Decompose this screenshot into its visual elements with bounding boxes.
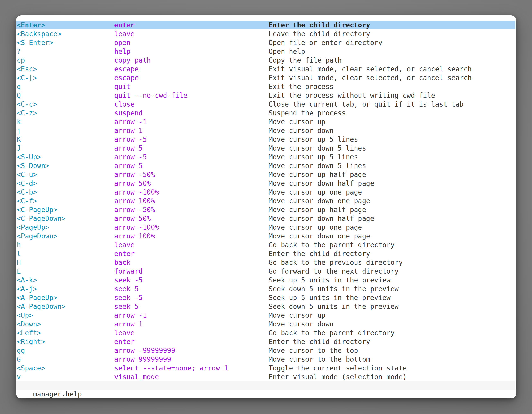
keybind-row[interactable]: <Esc>escapeExit visual mode, clear selec…: [16, 65, 515, 73]
keybind-row[interactable]: Garrow 99999999Move cursor to the bottom: [16, 355, 515, 364]
keybind-row[interactable]: <Left>leaveGo back to the parent directo…: [16, 328, 515, 337]
keybind-row[interactable]: <PageUp>arrow -100%Move cursor up one pa…: [16, 223, 515, 232]
keybind-row[interactable]: lenterEnter the child directory: [16, 249, 515, 258]
description-cell: Move cursor up one page: [269, 223, 515, 232]
description-cell: Exit the process: [269, 82, 515, 91]
key-cell: J: [17, 144, 114, 153]
keybind-row[interactable]: <C-u>arrow -50%Move cursor up half page: [16, 170, 515, 179]
command-cell: arrow -1: [114, 311, 269, 320]
description-cell: Move cursor up 5 lines: [269, 153, 515, 161]
keybind-row[interactable]: <C-z>suspendSuspend the process: [16, 109, 515, 117]
keybind-row[interactable]: Jarrow 5Move cursor down 5 lines: [16, 144, 515, 153]
command-cell: leave: [114, 241, 269, 249]
keybind-row[interactable]: <A-k>seek -5Seek up 5 units in the previ…: [16, 276, 515, 285]
keybind-row[interactable]: <S-Down>arrow 5Move cursor down 5 lines: [16, 161, 515, 170]
description-cell: Copy the file path: [269, 56, 515, 65]
key-cell: ?: [17, 47, 114, 56]
key-cell: <PageUp>: [17, 223, 114, 232]
description-cell: Enter the child directory: [269, 337, 515, 346]
keybind-row[interactable]: Qquit --no-cwd-fileExit the process with…: [16, 91, 515, 100]
keybind-row[interactable]: <C-PageUp>arrow -50%Move cursor up half …: [16, 205, 515, 214]
description-cell: Go back to the parent directory: [269, 328, 515, 337]
status-bar: manager.help: [16, 381, 515, 390]
keybind-row[interactable]: <PageDown>arrow 100%Move cursor down one…: [16, 232, 515, 241]
description-cell: Move cursor up one page: [269, 188, 515, 197]
command-cell: escape: [114, 65, 269, 73]
keybind-row[interactable]: ggarrow -99999999Move cursor to the top: [16, 346, 515, 355]
keybind-row[interactable]: vvisual_modeEnter visual mode (selection…: [16, 373, 515, 381]
keybind-row[interactable]: <A-PageUp>seek -5Seek up 5 units in the …: [16, 293, 515, 302]
keybind-row[interactable]: hleaveGo back to the parent directory: [16, 241, 515, 249]
keybind-row[interactable]: <Right>enterEnter the child directory: [16, 337, 515, 346]
description-cell: Move cursor down 5 lines: [269, 161, 515, 170]
command-cell: quit --no-cwd-file: [114, 91, 269, 100]
key-cell: K: [17, 135, 114, 144]
keybind-row[interactable]: <Space>select --state=none; arrow 1Toggl…: [16, 364, 515, 373]
keybind-row[interactable]: <Up>arrow -1Move cursor up: [16, 311, 515, 320]
command-cell: open: [114, 38, 269, 47]
keybind-row[interactable]: karrow -1Move cursor up: [16, 117, 515, 126]
keybind-row[interactable]: ?helpOpen help: [16, 47, 515, 56]
keybind-row[interactable]: <C-PageDown>arrow 50%Move cursor down ha…: [16, 214, 515, 223]
command-cell: arrow -100%: [114, 188, 269, 197]
key-cell: <A-k>: [17, 276, 114, 285]
keybind-row[interactable]: <C-[>escapeExit visual mode, clear selec…: [16, 73, 515, 82]
description-cell: Move cursor down one page: [269, 197, 515, 205]
description-cell: Move cursor to the top: [269, 346, 515, 355]
keybind-row[interactable]: Karrow -5Move cursor up 5 lines: [16, 135, 515, 144]
key-cell: <C-PageUp>: [17, 205, 114, 214]
keybind-row[interactable]: qquitExit the process: [16, 82, 515, 91]
keybind-row[interactable]: <S-Enter>openOpen file or enter director…: [16, 38, 515, 47]
description-cell: Close the current tab, or quit if it is …: [269, 100, 515, 109]
keybind-row[interactable]: <A-j>seek 5Seek down 5 units in the prev…: [16, 285, 515, 293]
keybind-row[interactable]: <A-PageDown>seek 5Seek down 5 units in t…: [16, 302, 515, 311]
key-cell: gg: [17, 346, 114, 355]
command-cell: arrow -1: [114, 117, 269, 126]
key-cell: <Right>: [17, 337, 114, 346]
keybind-row[interactable]: <Down>arrow 1Move cursor down: [16, 320, 515, 328]
keybind-row[interactable]: HbackGo back to the previous directory: [16, 258, 515, 267]
key-cell: <C-u>: [17, 170, 114, 179]
description-cell: Move cursor to the bottom: [269, 355, 515, 364]
key-cell: <S-Up>: [17, 153, 114, 161]
command-cell: arrow -99999999: [114, 346, 269, 355]
keybind-row[interactable]: <Backspace>leaveLeave the child director…: [16, 29, 515, 38]
command-cell: visual_mode: [114, 373, 269, 381]
key-cell: h: [17, 241, 114, 249]
command-cell: enter: [114, 21, 269, 29]
terminal-help-window: <Enter>enterEnter the child directory<Ba…: [16, 15, 516, 398]
description-cell: Move cursor down 5 lines: [269, 144, 515, 153]
description-cell: Enter visual mode (selection mode): [269, 373, 515, 381]
description-cell: Enter the child directory: [269, 249, 515, 258]
key-cell: Q: [17, 91, 114, 100]
key-cell: <S-Down>: [17, 161, 114, 170]
command-cell: arrow 50%: [114, 214, 269, 223]
command-cell: arrow -50%: [114, 205, 269, 214]
keybind-row[interactable]: <C-d>arrow 50%Move cursor down half page: [16, 179, 515, 188]
key-cell: cp: [17, 56, 114, 65]
keybind-row[interactable]: <C-f>arrow 100%Move cursor down one page: [16, 197, 515, 205]
keybind-row[interactable]: jarrow 1Move cursor down: [16, 126, 515, 135]
key-cell: q: [17, 82, 114, 91]
keybind-row[interactable]: LforwardGo forward to the next directory: [16, 267, 515, 276]
command-cell: back: [114, 258, 269, 267]
command-cell: arrow 1: [114, 320, 269, 328]
description-cell: Exit visual mode, clear selected, or can…: [269, 73, 515, 82]
keybind-row[interactable]: cpcopy pathCopy the file path: [16, 56, 515, 65]
keybind-row[interactable]: <C-b>arrow -100%Move cursor up one page: [16, 188, 515, 197]
command-cell: enter: [114, 337, 269, 346]
key-cell: <Down>: [17, 320, 114, 328]
command-cell: arrow 50%: [114, 179, 269, 188]
keybind-list: <Enter>enterEnter the child directory<Ba…: [16, 15, 516, 381]
command-cell: seek 5: [114, 302, 269, 311]
key-cell: L: [17, 267, 114, 276]
command-cell: arrow -100%: [114, 223, 269, 232]
command-cell: leave: [114, 29, 269, 38]
keybind-row[interactable]: <Enter>enterEnter the child directory: [16, 21, 515, 29]
keybind-row[interactable]: <C-c>closeClose the current tab, or quit…: [16, 100, 515, 109]
command-cell: arrow -5: [114, 135, 269, 144]
keybind-row[interactable]: <S-Up>arrow -5Move cursor up 5 lines: [16, 153, 515, 161]
command-cell: select --state=none; arrow 1: [114, 364, 269, 373]
key-cell: <C-z>: [17, 109, 114, 117]
status-layer-label: manager.help: [33, 390, 82, 398]
